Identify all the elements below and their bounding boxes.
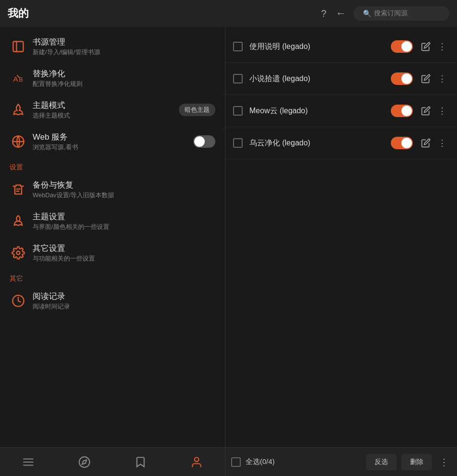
left-panel: 书源管理 新建/导入/编辑/管理书源 A B 替换净化 配置替换净化规则	[0, 27, 225, 447]
source-more-icon-1[interactable]: ⋮	[435, 39, 449, 54]
backup-restore-title: 备份与恢复	[33, 179, 215, 191]
book-icon	[10, 38, 27, 55]
svg-text:B: B	[19, 76, 23, 83]
source-name-3: Meow云 (legado)	[249, 106, 391, 116]
menu-item-theme-mode[interactable]: 主题模式 选择主题模式 暗色主题	[0, 94, 225, 126]
source-edit-icon-2[interactable]	[419, 71, 433, 86]
theme-mode-subtitle: 选择主题模式	[33, 111, 179, 120]
theme-settings-icon	[10, 213, 27, 230]
nav-profile[interactable]	[182, 448, 211, 476]
right-panel: 使用说明 (legado) ⋮ 小说拾遗 (legado)	[225, 27, 457, 447]
menu-text-replace-purify: 替换净化 配置替换净化规则	[33, 68, 215, 88]
menu-text-other-settings: 其它设置 与功能相关的一些设置	[33, 243, 215, 263]
theme-mode-badge: 暗色主题	[179, 104, 215, 116]
header: 我的 ? ← 🔍 搜索订阅源	[0, 0, 457, 27]
help-icon[interactable]: ?	[315, 5, 332, 22]
bottom-nav	[0, 448, 225, 476]
bottom-bar: 全选(0/4) 反选 删除 ⋮	[0, 447, 457, 476]
reading-record-icon	[10, 292, 27, 309]
search-placeholder: 搜索订阅源	[374, 9, 408, 18]
menu-text-backup-restore: 备份与恢复 WebDav设置/导入旧版本数据	[33, 179, 215, 200]
select-all-checkbox[interactable]	[231, 457, 241, 467]
section-other-label: 其它	[0, 269, 225, 285]
menu-text-book-source: 书源管理 新建/导入/编辑/管理书源	[33, 36, 215, 57]
source-toggle-4[interactable]	[391, 137, 413, 149]
search-icon: 🔍	[363, 10, 371, 17]
source-toggle-1[interactable]	[391, 40, 413, 53]
reading-record-subtitle: 阅读时间记录	[33, 302, 215, 311]
source-item-1[interactable]: 使用说明 (legado) ⋮	[225, 31, 457, 63]
menu-item-backup-restore[interactable]: 备份与恢复 WebDav设置/导入旧版本数据	[0, 174, 225, 205]
book-source-subtitle: 新建/导入/编辑/管理书源	[33, 48, 215, 57]
main-content: 书源管理 新建/导入/编辑/管理书源 A B 替换净化 配置替换净化规则	[0, 27, 457, 447]
menu-item-replace-purify[interactable]: A B 替换净化 配置替换净化规则	[0, 62, 225, 94]
menu-text-theme-mode: 主题模式 选择主题模式	[33, 100, 179, 120]
inverse-select-button[interactable]: 反选	[366, 454, 397, 470]
source-name-1: 使用说明 (legado)	[249, 42, 391, 52]
book-source-title: 书源管理	[33, 36, 215, 48]
bottom-actions: 全选(0/4) 反选 删除 ⋮	[225, 454, 457, 470]
toggle-knob	[194, 136, 205, 147]
menu-item-reading-record[interactable]: 阅读记录 阅读时间记录	[0, 285, 225, 317]
source-item-3[interactable]: Meow云 (legado) ⋮	[225, 95, 457, 127]
source-edit-icon-1[interactable]	[419, 39, 433, 54]
section-settings-label: 设置	[0, 157, 225, 174]
menu-item-theme-settings[interactable]: 主题设置 与界面/颜色相关的一些设置	[0, 205, 225, 237]
source-checkbox-1[interactable]	[233, 42, 243, 51]
source-toggle-knob-1	[401, 41, 412, 52]
svg-point-16	[195, 457, 199, 462]
menu-text-web-service: Web 服务 浏览器写源,看书	[33, 131, 193, 152]
page-title: 我的	[8, 6, 29, 21]
nav-discover[interactable]	[70, 448, 99, 476]
source-item-2[interactable]: 小说拾遗 (legado) ⋮	[225, 63, 457, 95]
svg-rect-0	[13, 41, 23, 51]
menu-item-other-settings[interactable]: 其它设置 与功能相关的一些设置	[0, 237, 225, 269]
other-settings-title: 其它设置	[33, 243, 215, 254]
source-edit-icon-4[interactable]	[419, 136, 433, 150]
replace-purify-subtitle: 配置替换净化规则	[33, 80, 215, 88]
source-checkbox-2[interactable]	[233, 74, 243, 83]
menu-item-book-source[interactable]: 书源管理 新建/导入/编辑/管理书源	[0, 31, 225, 62]
select-all-label: 全选(0/4)	[246, 457, 361, 466]
theme-icon	[10, 101, 27, 119]
menu-item-web-service[interactable]: Web 服务 浏览器写源,看书	[0, 126, 225, 157]
backup-restore-subtitle: WebDav设置/导入旧版本数据	[33, 191, 215, 200]
source-toggle-knob-2	[401, 73, 412, 84]
source-checkbox-3[interactable]	[233, 106, 243, 116]
web-service-toggle[interactable]	[193, 135, 215, 148]
menu-text-reading-record: 阅读记录 阅读时间记录	[33, 291, 215, 311]
nav-bookmark[interactable]	[126, 448, 155, 476]
web-service-subtitle: 浏览器写源,看书	[33, 143, 193, 152]
source-toggle-knob-4	[401, 138, 412, 148]
svg-point-9	[17, 251, 20, 254]
source-more-icon-3[interactable]: ⋮	[435, 104, 449, 118]
source-toggle-3[interactable]	[391, 105, 413, 117]
source-item-4[interactable]: 乌云净化 (legado) ⋮	[225, 127, 457, 159]
source-name-2: 小说拾遗 (legado)	[249, 74, 391, 84]
svg-marker-15	[82, 460, 86, 464]
svg-point-14	[79, 457, 90, 467]
replace-purify-title: 替换净化	[33, 68, 215, 80]
other-settings-subtitle: 与功能相关的一些设置	[33, 254, 215, 263]
replace-icon: A B	[10, 70, 27, 87]
backup-icon	[10, 181, 27, 198]
theme-mode-title: 主题模式	[33, 100, 179, 111]
other-settings-icon	[10, 244, 27, 262]
menu-text-theme-settings: 主题设置 与界面/颜色相关的一些设置	[33, 211, 215, 231]
source-more-icon-2[interactable]: ⋮	[435, 71, 449, 86]
back-icon[interactable]: ←	[332, 5, 350, 22]
reading-record-title: 阅读记录	[33, 291, 215, 302]
source-checkbox-4[interactable]	[233, 138, 243, 148]
nav-bookshelf[interactable]	[14, 448, 43, 476]
bottom-more-icon[interactable]: ⋮	[437, 455, 451, 469]
source-toggle-knob-3	[401, 106, 412, 116]
web-service-title: Web 服务	[33, 131, 193, 143]
source-toggle-2[interactable]	[391, 72, 413, 85]
web-icon	[10, 133, 27, 150]
theme-settings-subtitle: 与界面/颜色相关的一些设置	[33, 223, 215, 231]
source-edit-icon-3[interactable]	[419, 104, 433, 118]
delete-button[interactable]: 删除	[401, 454, 432, 470]
search-bar[interactable]: 🔍 搜索订阅源	[353, 6, 449, 21]
theme-settings-title: 主题设置	[33, 211, 215, 223]
source-more-icon-4[interactable]: ⋮	[435, 136, 449, 150]
